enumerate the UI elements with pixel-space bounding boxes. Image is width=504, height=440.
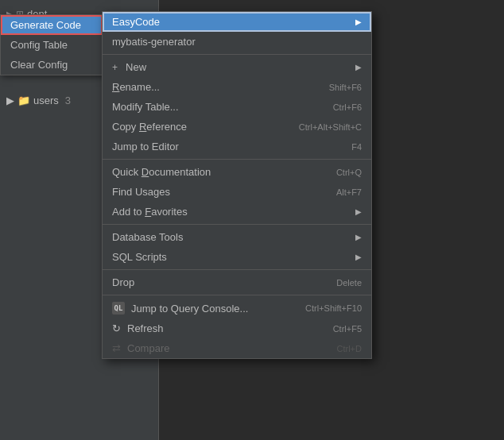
refresh-shortcut: Ctrl+F5 [317,324,362,334]
submenu-item-mybatis[interactable]: mybatis-generator [103,32,371,52]
quick-doc-label: Quick Documentation [112,166,211,178]
easycode-label: EasyCode [112,16,160,28]
submenu-arrow-icon: ▶ [355,17,362,26]
menu-item-config-table[interactable]: Config Table [1,35,103,55]
drop-shortcut: Delete [320,278,362,288]
context-menu-easycode: EasyCode ▶ mybatis-generator + New ▶ Ren… [102,11,372,359]
submenu-item-refresh[interactable]: ↻ Refresh Ctrl+F5 [103,318,371,338]
separator-3 [103,224,371,225]
ql-icon: QL [112,302,125,315]
submenu-item-sql-scripts[interactable]: SQL Scripts ▶ [103,247,371,267]
submenu-item-quick-doc[interactable]: Quick Documentation Ctrl+Q [103,162,371,182]
mybatis-label: mybatis-generator [112,36,196,48]
db-tools-label: Database Tools [112,231,183,243]
sql-scripts-arrow-icon: ▶ [355,253,362,261]
plus-icon: + [112,62,118,73]
modify-table-shortcut: Ctrl+F6 [317,102,362,112]
find-usages-label: Find Usages [112,186,170,198]
expand-arrow-icon-users: ▶ [6,95,14,106]
submenu-item-rename[interactable]: Rename... Shift+F6 [103,77,371,97]
menu-item-generate-code[interactable]: Generate Code [1,15,103,35]
refresh-label: Refresh [127,322,164,334]
copy-reference-label: Copy Reference [112,121,187,133]
jump-query-label: Jump to Query Console... [131,303,248,315]
copy-reference-shortcut: Ctrl+Alt+Shift+C [283,122,362,132]
rename-shortcut: Shift+F6 [313,83,362,92]
submenu-item-jump-editor[interactable]: Jump to Editor F4 [103,137,371,156]
favorites-label: Add to Favorites [112,206,188,218]
separator-1 [103,54,371,55]
submenu-item-new[interactable]: + New ▶ [103,57,371,77]
compare-icon: ⇄ [112,342,121,354]
submenu-item-compare[interactable]: ⇄ Compare Ctrl+D [103,338,371,358]
new-label: New [126,61,146,73]
separator-5 [103,295,371,295]
jump-editor-label: Jump to Editor [112,141,179,152]
submenu-item-drop[interactable]: Drop Delete [103,272,371,292]
menu-item-clear-config[interactable]: Clear Config [1,55,103,75]
compare-shortcut: Ctrl+D [321,344,362,353]
new-arrow-icon: ▶ [355,63,362,71]
submenu-item-modify-table[interactable]: Modify Table... Ctrl+F6 [103,97,371,117]
sql-scripts-label: SQL Scripts [112,251,167,263]
context-menu-primary: Generate Code Config Table Clear Config [0,14,103,75]
find-usages-shortcut: Alt+F7 [320,187,362,197]
submenu-item-find-usages[interactable]: Find Usages Alt+F7 [103,182,371,202]
separator-2 [103,159,371,160]
users-label: users [33,95,59,106]
separator-4 [103,269,371,270]
submenu-item-copy-reference[interactable]: Copy Reference Ctrl+Alt+Shift+C [103,117,371,137]
db-tools-arrow-icon: ▶ [355,233,362,241]
drop-label: Drop [112,276,134,288]
jump-query-shortcut: Ctrl+Shift+F10 [289,303,362,313]
refresh-icon: ↻ [112,322,121,334]
compare-label: Compare [127,342,169,354]
rename-label: Rename... [112,81,160,93]
folder-icon: 📁 [17,95,30,106]
submenu-item-easycode[interactable]: EasyCode ▶ [103,12,371,32]
submenu-item-jump-query[interactable]: QL Jump to Query Console... Ctrl+Shift+F… [103,298,371,318]
favorites-arrow-icon: ▶ [355,207,362,216]
jump-editor-shortcut: F4 [335,142,362,152]
submenu-item-favorites[interactable]: Add to Favorites ▶ [103,202,371,222]
users-count: 3 [65,95,71,106]
submenu-item-db-tools[interactable]: Database Tools ▶ [103,227,371,247]
quick-doc-shortcut: Ctrl+Q [320,168,362,177]
modify-table-label: Modify Table... [112,101,179,113]
